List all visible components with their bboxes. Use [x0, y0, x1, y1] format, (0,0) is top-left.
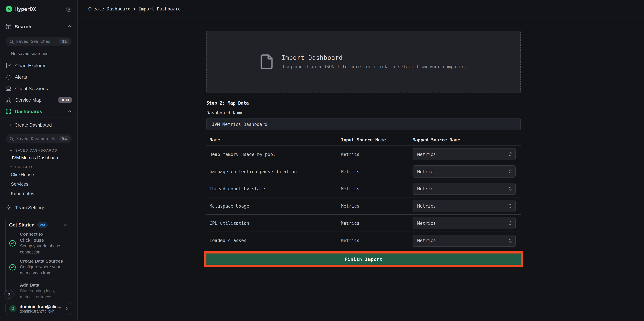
mapping-row: Loaded classes Metrics Metrics	[206, 232, 521, 249]
create-dashboard-button[interactable]: + Create Dashboard	[0, 120, 77, 130]
service-map-icon	[6, 97, 12, 103]
sidebar-item-alerts[interactable]: Alerts	[0, 71, 77, 83]
mapped-source-select[interactable]: Metrics	[412, 148, 516, 160]
mapping-row: Heap memory usage by pool Metrics Metric…	[206, 146, 521, 163]
mapping-name-cell: Metaspace Usage	[210, 203, 341, 208]
step-desc: Configure where your data comes from	[20, 264, 68, 276]
sidebar-item-dashboards[interactable]: Dashboards	[0, 106, 77, 117]
import-dashboard-content: Import Dashboard Drag and drop a JSON fi…	[206, 18, 521, 267]
group-saved-dashboards[interactable]: SAVED DASHBOARDS	[10, 148, 72, 153]
beta-badge: BETA	[58, 97, 72, 103]
team-settings-label: Team Settings	[15, 205, 45, 210]
chevron-right-icon	[65, 307, 68, 311]
sidebar-item-client-sessions[interactable]: Client Sessions	[0, 83, 77, 94]
chevron-up-icon	[68, 110, 72, 113]
select-chevrons-icon	[508, 220, 512, 226]
search-icon	[10, 137, 14, 141]
mapped-source-value: Metrics	[417, 203, 508, 208]
sidebar-section-search[interactable]: Search	[0, 21, 77, 31]
mapped-source-select[interactable]: Metrics	[412, 200, 516, 212]
mapping-input-source-cell: Metrics	[341, 238, 412, 243]
get-started-panel: Get Started 2/3 Connect to ClickHouse Se…	[6, 217, 71, 300]
step-heading: Step 2: Map Data	[206, 101, 521, 106]
chevron-up-icon	[68, 25, 72, 27]
select-chevrons-icon	[508, 152, 512, 157]
column-header-input-source: Input Source Name	[341, 137, 412, 142]
user-menu[interactable]: D dominic.tran@clic... dominic.tran@clic…	[6, 302, 71, 315]
mapped-source-value: Metrics	[417, 186, 508, 191]
user-email: dominic.tran@clickh...	[20, 309, 62, 313]
dashboard-item-label: JVM Metrics Dashboard	[11, 155, 60, 160]
finish-import-button[interactable]: Finish Import	[206, 254, 521, 265]
file-icon	[260, 54, 273, 69]
laptop-icon	[6, 86, 12, 91]
mapped-source-select[interactable]: Metrics	[412, 165, 516, 178]
search-section-icon	[6, 23, 12, 29]
mapping-row: CPU utilization Metrics Metrics	[206, 215, 521, 232]
mapping-table: Name Input Source Name Mapped Source Nam…	[206, 134, 521, 249]
dropzone-title: Import Dashboard	[282, 54, 466, 61]
saved-dashboards-input[interactable]	[16, 136, 57, 141]
get-started-step-connect[interactable]: Connect to ClickHouse Set up your databa…	[9, 231, 68, 255]
sidebar-item-label: Alerts	[15, 74, 72, 80]
mapped-source-select[interactable]: Metrics	[412, 183, 516, 195]
mapping-name-cell: Garbage collection pause duration	[210, 169, 341, 174]
chevron-up-icon	[64, 224, 68, 226]
logo-row: HyperDX	[0, 0, 77, 18]
preset-item-label: Services	[11, 181, 28, 187]
dashboard-name-input[interactable]	[206, 118, 521, 130]
preset-item-kubernetes[interactable]: Kubernetes	[0, 189, 77, 197]
saved-searches-search[interactable]: ⌘K	[6, 37, 72, 46]
chart-explorer-icon	[6, 63, 12, 68]
sidebar-item-service-map[interactable]: Service Map BETA	[0, 94, 77, 106]
sidebar-nav: Chart Explorer Alerts Client Sessions Se…	[0, 60, 77, 117]
mapping-input-source-cell: Metrics	[341, 169, 412, 174]
brand-name: HyperDX	[15, 6, 63, 12]
chevron-down-icon	[10, 166, 12, 168]
plus-icon: +	[9, 122, 12, 128]
no-saved-searches-note: No saved searches	[11, 51, 72, 56]
saved-searches-input[interactable]	[16, 39, 57, 44]
search-icon	[10, 39, 14, 44]
chevron-down-icon	[10, 149, 12, 151]
get-started-step-add-data[interactable]: Add Data Start sending logs, metrics, or…	[9, 282, 68, 300]
mapped-source-select[interactable]: Metrics	[412, 234, 516, 247]
dashboard-name-label: Dashboard Name	[206, 111, 521, 115]
avatar: D	[9, 305, 16, 312]
step-title: Add Data	[20, 282, 58, 288]
shortcut-badge: ⌘K	[60, 136, 69, 141]
finish-import-highlight: Finish Import	[204, 251, 523, 267]
create-dashboard-label: Create Dashboard	[14, 122, 52, 128]
select-chevrons-icon	[508, 238, 512, 243]
mapped-source-value: Metrics	[417, 221, 508, 226]
select-chevrons-icon	[508, 203, 512, 209]
group-presets[interactable]: PRESETS	[10, 164, 72, 169]
mapping-name-cell: Thread count by state	[210, 186, 341, 191]
saved-dashboards-search[interactable]: ⌘K	[6, 134, 72, 143]
dashboard-item-jvm-metrics[interactable]: JVM Metrics Dashboard	[0, 154, 77, 161]
team-settings-button[interactable]: Team Settings	[0, 202, 77, 213]
json-dropzone[interactable]: Import Dashboard Drag and drop a JSON fi…	[206, 31, 521, 92]
get-started-header[interactable]: Get Started 2/3	[9, 221, 68, 228]
group-label: PRESETS	[15, 165, 34, 169]
bell-icon	[6, 74, 11, 80]
user-name: dominic.tran@clic...	[20, 304, 62, 309]
preset-item-label: Kubernetes	[11, 191, 34, 196]
check-circle-icon	[9, 264, 16, 271]
mapping-name-cell: CPU utilization	[210, 221, 341, 226]
collapse-sidebar-icon[interactable]	[66, 6, 72, 12]
breadcrumb: Create Dashboard > Import Dashboard	[88, 6, 181, 11]
mapped-source-value: Metrics	[417, 152, 508, 157]
mapping-input-source-cell: Metrics	[341, 221, 412, 226]
preset-item-clickhouse[interactable]: ClickHouse	[0, 170, 77, 179]
preset-item-services[interactable]: Services	[0, 180, 77, 188]
mapping-input-source-cell: Metrics	[341, 203, 412, 208]
sidebar-item-chart-explorer[interactable]: Chart Explorer	[0, 60, 77, 71]
get-started-step-sources[interactable]: Create Data Sources Configure where your…	[9, 258, 68, 276]
check-circle-icon	[9, 240, 16, 247]
column-header-name: Name	[210, 137, 341, 142]
help-button[interactable]: ?	[4, 290, 14, 299]
mapped-source-select[interactable]: Metrics	[412, 217, 516, 229]
sidebar-item-label: Client Sessions	[15, 86, 72, 91]
column-header-mapped-source: Mapped Source Name	[412, 137, 516, 142]
